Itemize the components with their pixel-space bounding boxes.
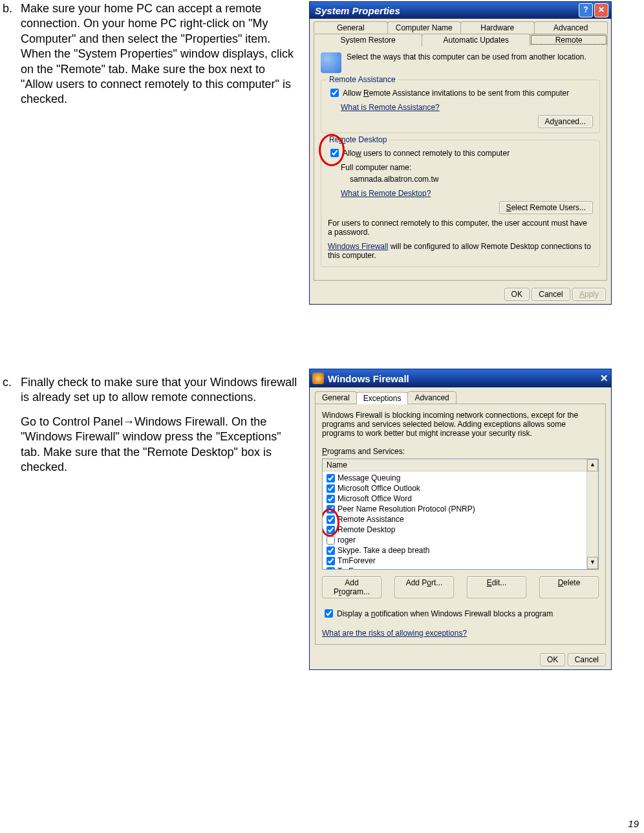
scroll-down-icon[interactable]: ▼ [587,557,598,569]
tabs: General Exceptions Advanced [310,387,611,404]
list-item[interactable]: Message Queuing [325,473,596,483]
list-item[interactable]: Microsoft Office Word [325,493,596,504]
tab-system-restore[interactable]: System Restore [314,34,422,46]
instruction-c-text2: Go to Control Panel→Windows Firewall. On… [21,415,299,475]
list-item[interactable]: Remote Assistance [325,514,596,525]
cancel-button[interactable]: Cancel [531,288,570,301]
computer-icon [321,52,341,73]
windows-firewall-link[interactable]: Windows Firewall [328,242,388,251]
tab-content: Windows Firewall is blocking incoming ne… [315,404,606,645]
item-checkbox[interactable] [327,567,335,570]
tab-automatic-updates[interactable]: Automatic Updates [422,34,530,46]
instruction-b-text: Make sure your home PC can accept a remo… [21,1,299,107]
list-item[interactable]: Peer Name Resolution Protocol (PNRP) [325,504,596,514]
titlebar[interactable]: Windows Firewall ✕ [310,369,611,387]
select-remote-users-button[interactable]: Select Remote Users... [499,201,593,214]
list-item[interactable]: Skype. Take a deep breath [325,545,596,556]
delete-button[interactable]: Delete [539,576,599,598]
column-header-name[interactable]: Name [323,459,598,471]
tab-advanced[interactable]: Advanced [407,391,456,404]
item-label: Microsoft Office Outlook [338,484,420,493]
rd-note1: For users to connect remotely to this co… [328,219,593,237]
list-item[interactable]: TmForever [325,566,596,570]
item-label: Microsoft Office Word [338,494,412,503]
tab-exceptions[interactable]: Exceptions [356,392,409,404]
item-checkbox[interactable] [327,505,335,514]
notify-checkbox[interactable] [325,609,333,618]
titlebar[interactable]: System Properties ? ✕ [310,2,611,19]
tab-hardware[interactable]: Hardware [460,21,535,34]
rd-legend: Remote Desktop [327,135,389,144]
tab-advanced[interactable]: Advanced [534,21,608,34]
tab-row-1: General Computer Name Hardware Advanced … [310,19,611,46]
item-label: Message Queuing [338,473,400,482]
list-item[interactable]: roger [325,535,596,545]
programs-listbox[interactable]: Name Message QueuingMicrosoft Office Out… [322,459,599,570]
add-port-button[interactable]: Add Port... [394,576,454,598]
ra-legend: Remote Assistance [327,75,398,84]
item-checkbox[interactable] [327,526,335,534]
windows-firewall-window: Windows Firewall ✕ General Exceptions Ad… [309,369,612,670]
item-label: TmForever [338,567,376,570]
remote-desktop-group: Remote Desktop Allow users to connect re… [321,140,600,267]
rd-link[interactable]: What is Remote Desktop? [341,189,431,198]
apply-button[interactable]: Apply [572,288,606,301]
item-label: Skype. Take a deep breath [338,546,430,555]
instruction-c: c. Finally check to make sure that your … [0,375,299,475]
ok-button[interactable]: OK [540,653,565,666]
list-marker-b: b. [3,1,12,16]
ra-check-label: Allow Remote Assistance invitations to b… [343,89,569,98]
description-text: Windows Firewall is blocking incoming ne… [322,411,599,438]
tab-general[interactable]: General [314,21,388,34]
item-label: Remote Desktop [338,525,395,534]
rd-note2: Windows Firewall will be configured to a… [328,242,593,260]
instruction-b: b. Make sure your home PC can accept a r… [0,1,299,107]
tab-content: Select the ways that this computer can b… [314,46,607,281]
instruction-c-text1: Finally check to make sure that your Win… [21,375,299,406]
notify-label: Display a notification when Windows Fire… [337,609,553,618]
item-checkbox[interactable] [327,546,335,555]
system-properties-window: System Properties ? ✕ General Computer N… [309,1,612,305]
close-button[interactable]: ✕ [600,373,608,384]
item-checkbox[interactable] [327,474,335,482]
programs-label: Programs and Services: [322,447,599,456]
rd-check-label: Allow users to connect remotely to this … [343,149,510,158]
dialog-buttons: OK Cancel [310,650,611,669]
close-button[interactable]: ✕ [594,3,608,17]
add-program-button[interactable]: Add Program... [322,576,381,598]
page-number: 19 [628,818,639,829]
tab-general[interactable]: General [315,391,357,404]
list-marker-c: c. [3,375,12,390]
rd-fullname-label: Full computer name: [341,163,593,172]
rd-checkbox[interactable] [330,149,339,157]
scrollbar[interactable]: ▲ ▼ [586,459,598,569]
window-title: Windows Firewall [328,373,600,384]
list-item[interactable]: Microsoft Office Outlook [325,483,596,493]
item-checkbox[interactable] [327,515,335,524]
item-checkbox[interactable] [327,484,335,493]
ra-link[interactable]: What is Remote Assistance? [341,103,440,112]
ok-button[interactable]: OK [504,288,530,301]
list-item[interactable]: TmForever [325,556,596,566]
rd-fullname: samnada.albatron.com.tw [350,175,593,184]
help-button[interactable]: ? [579,3,593,17]
item-checkbox[interactable] [327,557,335,565]
item-label: Remote Assistance [338,515,404,524]
list-item[interactable]: Remote Desktop [325,525,596,535]
item-label: TmForever [338,556,376,565]
remote-assistance-group: Remote Assistance Allow Remote Assistanc… [321,80,600,133]
description-text: Select the ways that this computer can b… [347,52,586,61]
tab-remote[interactable]: Remote [530,34,608,46]
item-checkbox[interactable] [327,495,335,503]
cancel-button[interactable]: Cancel [568,653,606,666]
scroll-up-icon[interactable]: ▲ [587,459,598,471]
shield-icon [312,373,324,384]
dialog-buttons: OK Cancel Apply [310,285,611,304]
tab-computer-name[interactable]: Computer Name [387,21,462,34]
ra-advanced-button[interactable]: Advanced... [538,115,593,128]
item-checkbox[interactable] [327,536,335,545]
risks-link[interactable]: What are the risks of allowing exception… [322,629,467,638]
edit-button[interactable]: Edit... [467,576,526,598]
item-label: roger [338,536,356,545]
ra-checkbox[interactable] [330,89,339,97]
